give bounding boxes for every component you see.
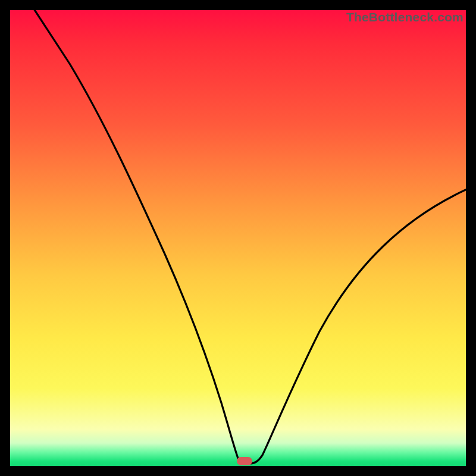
- chart-plot-area: TheBottleneck.com: [10, 10, 466, 466]
- bottleneck-curve: [10, 10, 466, 466]
- chart-frame: TheBottleneck.com: [0, 0, 476, 476]
- optimal-point-marker: [237, 457, 252, 465]
- watermark-text: TheBottleneck.com: [346, 10, 464, 24]
- curve-path: [33, 10, 466, 464]
